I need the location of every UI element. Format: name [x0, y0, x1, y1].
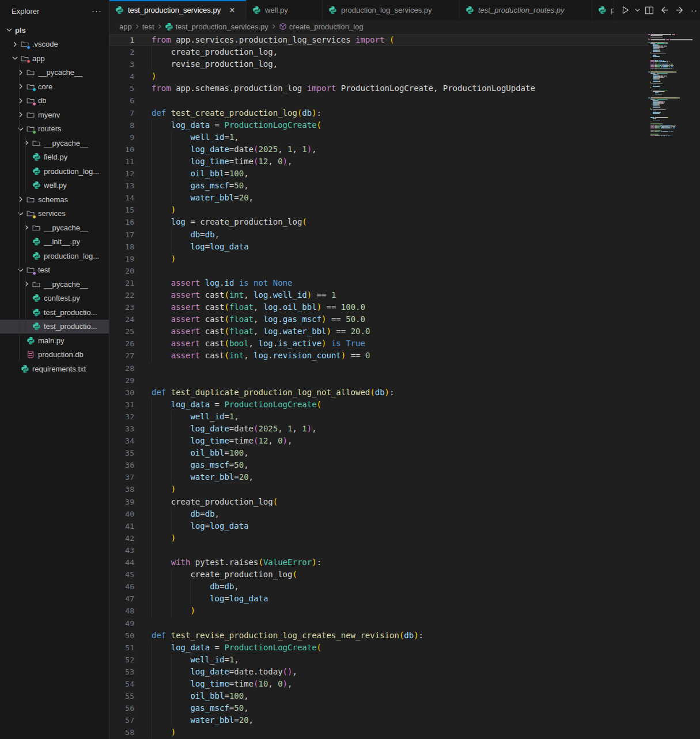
chevron-right-icon[interactable]: [22, 138, 31, 147]
minimap-line: [667, 61, 668, 62]
tree-item-test_productio...[interactable]: test_productio...: [0, 305, 109, 320]
code-text: water_bbl=20,: [152, 471, 253, 483]
explorer-more-actions-icon[interactable]: ···: [92, 8, 102, 14]
tab-test_production_routes.py[interactable]: test_production_routes.py: [460, 0, 592, 20]
chevron-right-icon[interactable]: [10, 40, 20, 49]
tree-item-__pycache__[interactable]: __pycache__: [0, 277, 109, 291]
minimap-line: [664, 125, 672, 126]
code-text: log_time=time(12, 0),: [152, 435, 292, 447]
tree-item-.vscode[interactable]: .vscode: [0, 37, 109, 52]
breadcrumb-item-create_production_log[interactable]: create_production_log: [279, 22, 364, 31]
indent-guide: [171, 678, 172, 690]
minimap-line: [669, 61, 669, 62]
minimap-line: [664, 46, 665, 47]
line-number: 28: [109, 362, 152, 374]
go-forward-button[interactable]: [672, 3, 687, 18]
go-back-button[interactable]: [657, 3, 672, 18]
chevron-right-icon[interactable]: [16, 82, 25, 91]
chevron-right-icon[interactable]: [22, 279, 31, 289]
tree-item-production_log...[interactable]: production_log...: [0, 164, 109, 179]
chevron-right-icon[interactable]: [16, 96, 25, 105]
tree-item-conftest.py[interactable]: conftest.py: [0, 291, 109, 306]
chevron-right-icon[interactable]: [16, 68, 25, 77]
minimap-line: [660, 125, 664, 126]
chevron-down-icon[interactable]: [16, 209, 25, 218]
chevron-down-icon[interactable]: [5, 25, 14, 35]
chevron-down-icon[interactable]: [16, 124, 25, 134]
minimap-line: [655, 120, 660, 121]
minimap-line: [663, 131, 668, 132]
tab-test_production_services.py[interactable]: test_production_services.py×: [109, 0, 247, 20]
folder-badge: [32, 215, 36, 219]
minimap-line: [650, 109, 652, 111]
minimap[interactable]: [648, 34, 700, 739]
tree-item-db[interactable]: db: [0, 94, 109, 108]
run-button[interactable]: [618, 3, 633, 18]
code-text: log_date=date.today(),: [152, 666, 297, 678]
indent-guide: [152, 654, 152, 666]
chevron-right-icon[interactable]: [16, 195, 25, 204]
python-icon: [31, 181, 41, 190]
code-line: 7def test_create_production_log(db):: [109, 107, 648, 119]
tree-item-core[interactable]: core: [0, 79, 109, 94]
minimap-line: [653, 47, 657, 48]
code-text: assert cast(bool, log.is_active) is True: [152, 338, 365, 350]
tree-item-__init__.py[interactable]: __init__.py: [0, 235, 109, 249]
tab-production_log_services.py[interactable]: production_log_services.py: [323, 0, 460, 20]
tree-item-main.py[interactable]: main.py: [0, 334, 109, 348]
code-editor[interactable]: 1from app.services.production_log_servic…: [109, 33, 700, 739]
code-text: oil_bbl=100,: [152, 447, 249, 459]
minimap-line: [667, 90, 668, 91]
tree-item-test[interactable]: test: [0, 263, 109, 278]
close-icon[interactable]: ×: [229, 6, 234, 14]
tree-item-routers[interactable]: routers: [0, 122, 109, 137]
tree-item-well.py[interactable]: well.py: [0, 179, 109, 193]
indent-guide: [152, 216, 152, 228]
tree-item-__pycache__[interactable]: __pycache__: [0, 221, 109, 235]
indent-guide: [152, 459, 152, 471]
tree-item-test_productio...[interactable]: test_productio...: [0, 320, 109, 334]
code-line: 2 create_production_log,: [109, 46, 648, 58]
folder-badge: [32, 271, 36, 275]
line-number: 4: [109, 70, 152, 82]
indent-guide: [152, 483, 152, 495]
indent-guide: [171, 143, 172, 156]
minimap-line: [656, 99, 656, 100]
split-editor-button[interactable]: [642, 3, 657, 18]
chevron-right-icon[interactable]: [22, 223, 31, 232]
tree-item-field.py[interactable]: field.py: [0, 150, 109, 165]
chevron-down-icon[interactable]: [16, 266, 25, 275]
code-line: 4): [109, 70, 648, 82]
tree-item-myenv[interactable]: myenv: [0, 108, 109, 122]
tree-item-pls[interactable]: pls: [0, 23, 109, 37]
minimap-line: [667, 43, 668, 44]
tab-well.py[interactable]: well.py: [247, 0, 323, 20]
breadcrumb-item-test_production_services.py[interactable]: test_production_services.py: [165, 22, 268, 31]
python-icon: [31, 153, 41, 162]
tree-item-production.db[interactable]: production.db: [0, 348, 109, 362]
breadcrumb-item-app[interactable]: app: [119, 22, 132, 31]
code-line: 54 log_time=time(10, 0),: [109, 678, 648, 690]
tree-item-schemas[interactable]: schemas: [0, 192, 109, 207]
folder-icon: [31, 279, 41, 289]
breadcrumb-item-test[interactable]: test: [142, 22, 154, 31]
tab-p[interactable]: p: [592, 0, 614, 20]
code-line: 9 well_id=1,: [109, 131, 648, 143]
code-text: ): [152, 532, 176, 544]
indent-guide: [152, 229, 152, 241]
folder-badge: [32, 88, 36, 92]
run-dropdown[interactable]: [633, 3, 642, 18]
tree-item-services[interactable]: services: [0, 207, 109, 221]
chevron-down-icon[interactable]: [10, 54, 20, 63]
tree-indent-guide: [25, 150, 26, 165]
tree-item-label: requirements.txt: [32, 365, 86, 373]
chevron-right-icon[interactable]: [16, 110, 25, 119]
tree-item-production_log...[interactable]: production_log...: [0, 249, 109, 263]
more-actions-button[interactable]: ··: [687, 3, 700, 18]
tab-label: test_production_services.py: [128, 6, 221, 14]
tree-item-requirements.txt[interactable]: requirements.txt: [0, 362, 109, 376]
line-number: 26: [109, 338, 152, 350]
tree-item-__pycache__[interactable]: __pycache__: [0, 136, 109, 150]
tree-item-app[interactable]: app: [0, 51, 109, 66]
tree-item-__pycache__[interactable]: __pycache__: [0, 66, 109, 80]
